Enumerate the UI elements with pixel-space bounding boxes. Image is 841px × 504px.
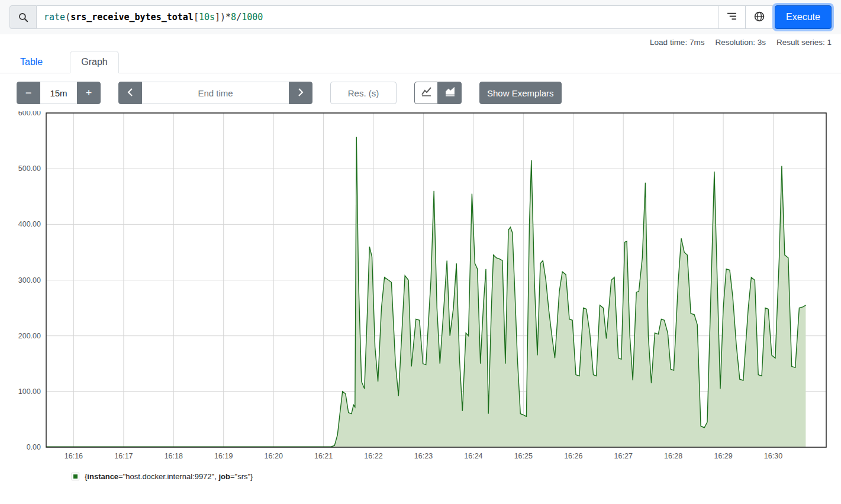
end-time-input[interactable] bbox=[142, 82, 289, 104]
decrease-range-button[interactable]: − bbox=[17, 82, 40, 104]
promql-expression-input[interactable]: rate(srs_receive_bytes_total[10s])*8/100… bbox=[37, 5, 718, 29]
svg-text:16:23: 16:23 bbox=[414, 452, 433, 460]
graph-toolbar: − + bbox=[0, 73, 841, 111]
tab-graph[interactable]: Graph bbox=[70, 51, 118, 73]
tab-table[interactable]: Table bbox=[9, 51, 53, 73]
line-chart-toggle-button[interactable] bbox=[414, 82, 438, 104]
svg-text:16:26: 16:26 bbox=[564, 452, 582, 460]
show-exemplars-button[interactable]: Show Exemplars bbox=[479, 82, 562, 104]
graph-panel: 0.00100.00200.00300.00400.00500.00600.00… bbox=[0, 111, 841, 481]
legend-label: {instance="host.docker.internal:9972", j… bbox=[85, 472, 253, 481]
svg-text:16:24: 16:24 bbox=[464, 452, 482, 460]
globe-icon bbox=[754, 11, 765, 24]
query-input-group: rate(srs_receive_bytes_total[10s])*8/100… bbox=[9, 5, 832, 29]
svg-text:16:18: 16:18 bbox=[165, 452, 183, 460]
increase-range-button[interactable]: + bbox=[77, 82, 101, 104]
svg-text:16:28: 16:28 bbox=[664, 452, 682, 460]
time-series-chart[interactable]: 0.00100.00200.00300.00400.00500.00600.00… bbox=[12, 111, 829, 465]
query-bar: rate(srs_receive_bytes_total[10s])*8/100… bbox=[0, 0, 841, 34]
chevron-left-icon bbox=[127, 87, 134, 99]
svg-text:16:21: 16:21 bbox=[314, 452, 333, 460]
svg-text:16:29: 16:29 bbox=[714, 452, 732, 460]
chart-svg: 0.00100.00200.00300.00400.00500.00600.00… bbox=[12, 111, 829, 463]
shift-back-button[interactable] bbox=[118, 82, 142, 104]
chart-type-toggle bbox=[414, 82, 462, 104]
result-series: Result series: 1 bbox=[776, 38, 832, 49]
end-time-group bbox=[118, 82, 312, 104]
stacked-chart-toggle-button[interactable] bbox=[438, 82, 462, 104]
query-stats: Load time: 7ms Resolution: 3s Result ser… bbox=[0, 34, 841, 49]
svg-text:16:22: 16:22 bbox=[364, 452, 382, 460]
svg-text:400.00: 400.00 bbox=[18, 220, 41, 228]
execute-button[interactable]: Execute bbox=[775, 5, 832, 29]
svg-text:600.00: 600.00 bbox=[18, 111, 41, 117]
search-icon bbox=[9, 5, 37, 29]
load-time: Load time: 7ms bbox=[650, 38, 704, 49]
metrics-explorer-button[interactable] bbox=[718, 5, 746, 29]
list-nested-icon bbox=[727, 11, 737, 23]
svg-text:500.00: 500.00 bbox=[18, 164, 41, 173]
shift-forward-button[interactable] bbox=[289, 82, 312, 104]
stacked-area-icon bbox=[445, 86, 455, 99]
line-chart-icon bbox=[421, 86, 431, 99]
chart-legend[interactable]: {instance="host.docker.internal:9972", j… bbox=[72, 472, 829, 481]
view-tabs: Table Graph bbox=[0, 49, 841, 73]
svg-text:16:27: 16:27 bbox=[614, 452, 633, 460]
svg-text:16:17: 16:17 bbox=[114, 452, 133, 460]
resolution-input[interactable] bbox=[330, 82, 397, 104]
svg-text:16:16: 16:16 bbox=[65, 452, 83, 460]
resolution: Resolution: 3s bbox=[715, 38, 766, 49]
legend-swatch bbox=[72, 473, 79, 480]
svg-text:200.00: 200.00 bbox=[18, 332, 41, 340]
svg-text:100.00: 100.00 bbox=[18, 387, 41, 396]
svg-text:16:25: 16:25 bbox=[514, 452, 533, 460]
svg-text:16:30: 16:30 bbox=[764, 452, 782, 460]
chevron-right-icon bbox=[297, 87, 304, 99]
svg-text:16:19: 16:19 bbox=[214, 452, 233, 460]
svg-text:300.00: 300.00 bbox=[18, 276, 41, 285]
svg-text:16:20: 16:20 bbox=[265, 452, 283, 460]
range-group: − + bbox=[17, 82, 101, 104]
svg-text:0.00: 0.00 bbox=[27, 443, 41, 451]
range-input[interactable] bbox=[40, 82, 77, 104]
local-time-toggle-button[interactable] bbox=[746, 5, 773, 29]
